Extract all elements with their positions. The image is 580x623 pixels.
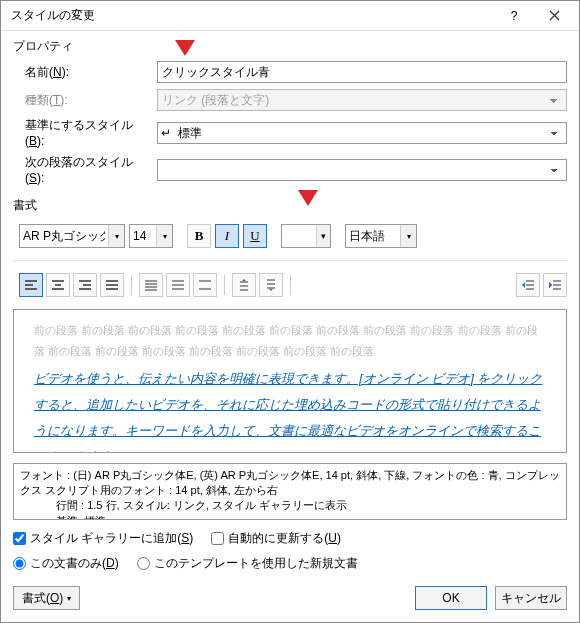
color-swatch bbox=[285, 228, 313, 244]
close-icon bbox=[549, 10, 560, 21]
checkbox-row: スタイル ギャラリーに追加(S) 自動的に更新する(U) bbox=[13, 530, 567, 547]
next-style-label: 次の段落のスタイル(S): bbox=[19, 154, 149, 185]
base-style-combo[interactable]: ↵ 標準 bbox=[157, 122, 567, 144]
line-spacing-2-button[interactable] bbox=[193, 273, 217, 297]
align-justify-button[interactable] bbox=[100, 273, 124, 297]
format-toolbar: ▾ ▾ B I U ▾ ▾ bbox=[19, 224, 567, 248]
size-input[interactable] bbox=[130, 225, 156, 247]
chevron-down-icon[interactable]: ▾ bbox=[108, 225, 124, 247]
next-style-select[interactable] bbox=[157, 159, 567, 181]
chevron-down-icon: ▾ bbox=[67, 594, 71, 603]
style-edit-dialog: スタイルの変更 ? プロパティ 名前(N): 種類(T): リンク (段落と文字… bbox=[0, 0, 580, 623]
chevron-down-icon[interactable]: ▾ bbox=[400, 225, 416, 247]
space-before-inc-button[interactable] bbox=[232, 273, 256, 297]
paragraph-mark-icon: ↵ bbox=[157, 122, 174, 144]
type-label: 種類(T): bbox=[19, 92, 149, 109]
language-combo[interactable]: ▾ bbox=[345, 224, 417, 248]
underline-button[interactable]: U bbox=[243, 224, 267, 248]
format-menu-button[interactable]: 書式(O) ▾ bbox=[13, 586, 80, 610]
base-style-label: 基準にするスタイル(B): bbox=[19, 117, 149, 148]
line-spacing-1-button[interactable] bbox=[139, 273, 163, 297]
name-input[interactable] bbox=[157, 61, 567, 83]
italic-button[interactable]: I bbox=[215, 224, 239, 248]
bold-button[interactable]: B bbox=[187, 224, 211, 248]
format-heading: 書式 bbox=[13, 197, 567, 214]
dialog-title: スタイルの変更 bbox=[11, 7, 494, 24]
ok-button[interactable]: OK bbox=[415, 586, 487, 610]
button-row: 書式(O) ▾ OK キャンセル bbox=[13, 586, 567, 610]
chevron-down-icon[interactable]: ▾ bbox=[316, 225, 330, 247]
add-to-gallery-checkbox[interactable]: スタイル ギャラリーに追加(S) bbox=[13, 530, 193, 547]
cancel-button[interactable]: キャンセル bbox=[495, 586, 567, 610]
close-button[interactable] bbox=[534, 2, 574, 30]
align-right-button[interactable] bbox=[73, 273, 97, 297]
base-style-select[interactable]: 標準 bbox=[174, 122, 567, 144]
line-spacing-15-button[interactable] bbox=[166, 273, 190, 297]
font-input[interactable] bbox=[20, 225, 108, 247]
align-center-button[interactable] bbox=[46, 273, 70, 297]
desc-line: 行間 : 1.5 行, スタイル: リンク, スタイル ギャラリーに表示 bbox=[20, 498, 560, 513]
paragraph-toolbar bbox=[19, 273, 567, 297]
properties-heading: プロパティ bbox=[13, 38, 567, 55]
auto-update-checkbox[interactable]: 自動的に更新する(U) bbox=[211, 530, 341, 547]
radio-row: この文書のみ(D) このテンプレートを使用した新規文書 bbox=[13, 555, 567, 572]
titlebar: スタイルの変更 ? bbox=[1, 1, 579, 31]
indent-decrease-button[interactable] bbox=[516, 273, 540, 297]
align-left-button[interactable] bbox=[19, 273, 43, 297]
desc-line: 基準: 標準 bbox=[20, 514, 560, 520]
help-button[interactable]: ? bbox=[494, 2, 534, 30]
font-color-button[interactable]: ▾ bbox=[281, 224, 331, 248]
properties-grid: 名前(N): 種類(T): リンク (段落と文字) 基準にするスタイル(B): … bbox=[19, 61, 567, 185]
this-document-radio[interactable]: この文書のみ(D) bbox=[13, 555, 119, 572]
template-radio[interactable]: このテンプレートを使用した新規文書 bbox=[137, 555, 358, 572]
style-description: フォント : (日) AR P丸ゴシック体E, (英) AR P丸ゴシック体E,… bbox=[13, 463, 567, 521]
size-combo[interactable]: ▾ bbox=[129, 224, 173, 248]
dialog-content: プロパティ 名前(N): 種類(T): リンク (段落と文字) 基準にするスタイ… bbox=[1, 31, 579, 622]
desc-line: フォント : (日) AR P丸ゴシック体E, (英) AR P丸ゴシック体E,… bbox=[20, 468, 560, 499]
font-combo[interactable]: ▾ bbox=[19, 224, 125, 248]
preview-pane: 前の段落 前の段落 前の段落 前の段落 前の段落 前の段落 前の段落 前の段落 … bbox=[13, 309, 567, 453]
annotation-marker bbox=[175, 40, 195, 56]
space-before-dec-button[interactable] bbox=[259, 273, 283, 297]
indent-increase-button[interactable] bbox=[543, 273, 567, 297]
type-select: リンク (段落と文字) bbox=[157, 89, 567, 111]
chevron-down-icon[interactable]: ▾ bbox=[156, 225, 172, 247]
preview-sample-text: ビデオを使うと、伝えたい内容を明確に表現できます。[オンライン ビデオ] をクリ… bbox=[34, 366, 546, 453]
annotation-marker bbox=[298, 190, 318, 206]
name-label: 名前(N): bbox=[19, 64, 149, 81]
preview-ghost-text: 前の段落 前の段落 前の段落 前の段落 前の段落 前の段落 前の段落 前の段落 … bbox=[34, 320, 546, 362]
language-input[interactable] bbox=[346, 225, 400, 247]
